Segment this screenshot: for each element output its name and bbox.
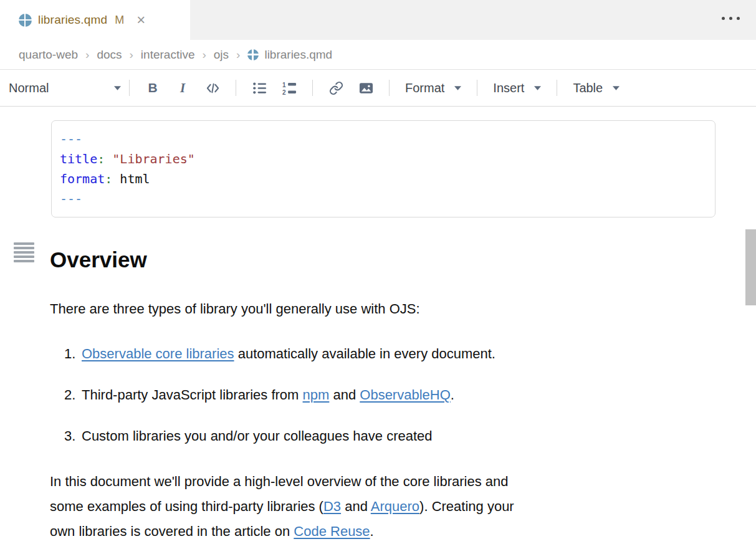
- chevron-down-icon: [454, 86, 461, 90]
- chevron-down-icon: [114, 86, 121, 90]
- ordered-list: 1. Observable core libraries automatical…: [50, 345, 717, 446]
- numbered-list-button[interactable]: 1 2: [274, 75, 304, 100]
- section-heading[interactable]: Overview: [50, 246, 717, 274]
- doc-link[interactable]: npm: [303, 387, 330, 403]
- doc-link[interactable]: ObservableHQ: [360, 387, 451, 403]
- italic-button[interactable]: I: [168, 75, 198, 100]
- breadcrumb-item-ojs[interactable]: ojs: [214, 48, 229, 62]
- code-button[interactable]: [198, 75, 227, 100]
- doc-link[interactable]: D3: [323, 499, 341, 514]
- breadcrumb-item-quarto-web[interactable]: quarto-web: [19, 48, 78, 62]
- chevron-down-icon: [613, 86, 620, 90]
- toolbar-divider: [557, 80, 557, 96]
- table-menu[interactable]: Table: [565, 75, 627, 100]
- yaml-fence-line: ---: [60, 189, 715, 209]
- outro-paragraph[interactable]: In this document we'll provide a high-le…: [50, 469, 717, 544]
- yaml-fence-line: ---: [60, 129, 715, 149]
- doc-text: and: [341, 499, 371, 514]
- list-item-text: Custom libraries you and/or your colleag…: [82, 427, 433, 446]
- yaml-front-matter-block[interactable]: --- title: "Libraries" format: html ---: [51, 120, 715, 217]
- doc-link[interactable]: Observable core libraries: [82, 346, 234, 361]
- breadcrumb-item-libraries-qmd[interactable]: libraries.qmd: [247, 48, 332, 62]
- overflow-menu-icon[interactable]: [722, 17, 740, 20]
- list-item[interactable]: 2. Third-party JavaScript libraries from…: [50, 386, 717, 404]
- chevron-right-icon: ›: [236, 48, 240, 62]
- vertical-scrollbar-thumb[interactable]: [745, 229, 756, 305]
- outline-toggle-button[interactable]: [14, 242, 34, 264]
- doc-text: Third-party JavaScript libraries from: [82, 387, 303, 403]
- tab-libraries-qmd[interactable]: libraries.qmd M ×: [0, 0, 190, 40]
- chevron-right-icon: ›: [85, 48, 89, 62]
- format-menu-label: Format: [405, 81, 444, 95]
- toolbar-divider: [236, 80, 236, 96]
- insert-menu[interactable]: Insert: [486, 75, 548, 100]
- list-item[interactable]: 1. Observable core libraries automatical…: [50, 345, 717, 363]
- bold-button[interactable]: B: [138, 75, 168, 100]
- list-item-text: Observable core libraries automatically …: [82, 345, 495, 363]
- chevron-down-icon: [534, 86, 541, 90]
- chevron-right-icon: ›: [202, 48, 206, 62]
- quarto-icon: [247, 49, 259, 60]
- table-menu-label: Table: [573, 81, 603, 95]
- toolbar-divider: [389, 80, 390, 96]
- doc-text: and: [329, 387, 360, 403]
- modified-badge: M: [115, 14, 124, 27]
- format-menu[interactable]: Format: [398, 75, 469, 100]
- image-button[interactable]: [351, 75, 381, 100]
- formatting-toolbar: Normal B I 1 2: [0, 70, 756, 107]
- editor-window: libraries.qmd M × quarto-web › docs › in…: [0, 0, 756, 554]
- breadcrumb-item-docs[interactable]: docs: [97, 48, 122, 62]
- link-button[interactable]: [321, 75, 351, 100]
- doc-link[interactable]: Arquero: [371, 499, 419, 514]
- toolbar-divider: [477, 80, 477, 96]
- doc-text: .: [451, 387, 454, 403]
- list-item[interactable]: 3. Custom libraries you and/or your coll…: [50, 427, 717, 446]
- paragraph-style-selector[interactable]: Normal: [9, 81, 121, 95]
- doc-text: automatically available in every documen…: [234, 346, 495, 361]
- svg-text:2: 2: [282, 89, 286, 95]
- tab-title: libraries.qmd: [38, 13, 107, 27]
- list-number: 2.: [64, 386, 82, 404]
- doc-link[interactable]: Code Reuse: [294, 523, 370, 539]
- bullet-list-button[interactable]: [244, 75, 274, 100]
- toolbar-divider: [312, 80, 313, 96]
- editor-canvas: --- title: "Libraries" format: html --- …: [0, 120, 756, 554]
- svg-text:1: 1: [282, 81, 286, 88]
- list-number: 3.: [64, 427, 82, 446]
- quarto-icon: [19, 14, 32, 27]
- doc-text: .: [370, 523, 374, 539]
- insert-menu-label: Insert: [493, 81, 524, 95]
- style-selector-value: Normal: [9, 81, 49, 95]
- tab-bar: libraries.qmd M ×: [0, 0, 756, 40]
- intro-paragraph[interactable]: There are three types of library you'll …: [50, 300, 717, 318]
- chevron-right-icon: ›: [130, 48, 133, 62]
- breadcrumb-file-label: libraries.qmd: [264, 48, 332, 62]
- breadcrumb: quarto-web › docs › interactive › ojs › …: [0, 40, 756, 70]
- breadcrumb-item-interactive[interactable]: interactive: [141, 48, 195, 62]
- document-body: --- title: "Libraries" format: html --- …: [0, 120, 756, 544]
- list-number: 1.: [64, 345, 82, 363]
- toolbar-divider: [129, 80, 130, 96]
- yaml-format-line: format: html: [60, 169, 715, 189]
- yaml-title-line: title: "Libraries": [60, 149, 715, 169]
- doc-text: Custom libraries you and/or your colleag…: [82, 428, 433, 444]
- close-icon[interactable]: ×: [136, 12, 145, 27]
- list-item-text: Third-party JavaScript libraries from np…: [82, 386, 454, 404]
